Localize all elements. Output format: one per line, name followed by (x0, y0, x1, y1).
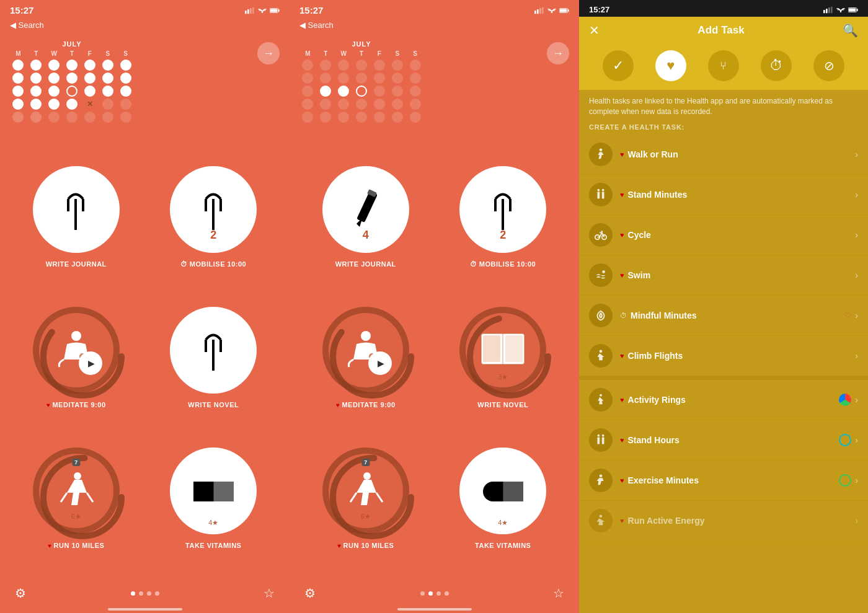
write-novel-circle (170, 307, 257, 394)
forward-arrow-2[interactable]: → (547, 42, 569, 64)
health-item-climb-flights[interactable]: ♥ Climb Flights › (579, 336, 868, 376)
vitamins-circle-2: 4★ (459, 448, 546, 534)
settings-icon-1[interactable]: ⚙ (15, 586, 26, 601)
nav-bar-1[interactable]: ◀ Search (0, 18, 290, 35)
health-item-activity-rings[interactable]: ♥ Activity Rings › (579, 380, 868, 420)
nav-bar-2[interactable]: ◀ Search (290, 18, 579, 35)
svg-rect-1 (247, 9, 249, 14)
walk-run-icon (589, 143, 613, 166)
search-button[interactable]: 🔍 (843, 23, 858, 38)
walk-run-heart: ♥ (620, 151, 624, 158)
meditate-play-btn[interactable] (79, 351, 102, 375)
svg-point-78 (600, 474, 603, 477)
swim-icon (589, 263, 613, 287)
task-cell-write-novel-2[interactable]: 3★ WRITE NOVEL (435, 299, 572, 440)
cycle-content: ♥ Cycle (620, 230, 848, 240)
task-cell-vitamins-2[interactable]: 4★ TAKE VITAMINS (435, 440, 572, 581)
swim-chevron: › (855, 270, 858, 280)
bottom-bar-2: ⚙ ☆ (290, 581, 579, 608)
task-cell-write-novel[interactable]: WRITE NOVEL (145, 299, 283, 440)
mobilise-circle-2: 2 (459, 166, 546, 253)
meditate-play-btn-2[interactable] (368, 351, 392, 375)
type-cancel[interactable]: ⊘ (813, 50, 844, 81)
wifi-icon (257, 7, 267, 14)
task-cell-mobilise-2[interactable]: 2 ⏱ MOBILISE 10:00 (435, 159, 572, 299)
mobilise-circle: 2 (170, 166, 257, 253)
stand-hours-chevron: › (855, 435, 858, 445)
task-cell-mobilise[interactable]: 2 ⏱ MOBILISE 10:00 (145, 159, 283, 299)
svg-rect-25 (213, 482, 234, 501)
stand-minutes-name: Stand Minutes (628, 190, 688, 200)
svg-rect-77 (602, 437, 604, 444)
svg-rect-62 (849, 8, 856, 11)
svg-point-50 (333, 458, 411, 536)
mindful-icon (589, 304, 613, 327)
favorites-icon-1[interactable]: ☆ (264, 586, 275, 601)
mindful-heart-extra: ♡ (844, 311, 851, 320)
activity-rings-right: › (839, 394, 858, 406)
stand-minutes-right: › (855, 190, 858, 200)
stand-minutes-icon (589, 183, 613, 206)
health-item-mindful[interactable]: ⏱ Mindful Minutes ♡ › (579, 296, 868, 336)
type-clock[interactable]: ⏱ (761, 50, 792, 81)
task-cell-run10[interactable]: 7 6★ ♥ RUN 10 MILES (7, 440, 145, 581)
favorites-icon-2[interactable]: ☆ (553, 586, 564, 601)
svg-rect-6 (278, 9, 280, 11)
stand-hours-content: ♥ Stand Hours (620, 435, 831, 445)
type-heart[interactable]: ♥ (655, 50, 686, 81)
task-cell-run10-2[interactable]: 7 6★ ♥ RUN 10 MILES (297, 440, 435, 581)
back-button-1[interactable]: ◀ Search (10, 20, 44, 30)
info-text: Health tasks are linked to the Health ap… (579, 90, 868, 121)
add-task-status-bar: 15:27 (579, 0, 868, 17)
wifi-icon-2 (547, 7, 557, 14)
svg-point-63 (600, 148, 603, 151)
close-button[interactable]: ✕ (589, 23, 600, 38)
health-item-cycle[interactable]: ♥ Cycle › (579, 215, 868, 255)
health-item-exercise-minutes[interactable]: ♥ Exercise Minutes › (579, 461, 868, 501)
mindful-clock: ⏱ (620, 312, 627, 319)
exercise-minutes-icon (589, 469, 613, 492)
svg-rect-53 (503, 482, 523, 501)
task-cell-meditate-2[interactable]: ♥ MEDITATE 9:00 (297, 299, 435, 440)
climb-flights-heart: ♥ (620, 352, 624, 359)
run-stars-2: 6★ (361, 513, 371, 521)
type-check[interactable]: ✓ (603, 50, 634, 81)
exercise-minutes-content: ♥ Exercise Minutes (620, 475, 831, 485)
health-item-walk-run[interactable]: ♥ Walk or Run › (579, 135, 868, 175)
signal-icon (245, 7, 255, 14)
phone-panel-2: 15:27 ◀ Search → JULY M T W T F S S (290, 0, 579, 613)
more-icon (589, 509, 613, 532)
mindful-chevron: › (855, 311, 858, 320)
task-cell-meditate[interactable]: ♥ MEDITATE 9:00 (7, 299, 145, 440)
health-item-more[interactable]: ♥ Run Active Energy › (579, 501, 868, 541)
task-grid-1: WRITE JOURNAL 2 ⏱ MOBILISE 10:00 (0, 159, 290, 581)
walk-run-right: › (855, 149, 858, 159)
exercise-minutes-chevron: › (855, 475, 858, 485)
calendar-month-2: JULY (299, 40, 423, 48)
swim-heart: ♥ (620, 271, 624, 279)
svg-point-44 (470, 317, 548, 395)
write-journal-number-2: 4 (363, 229, 369, 242)
vitamins-stars: 4★ (208, 519, 218, 527)
home-indicator-1 (108, 608, 182, 611)
task-cell-vitamins[interactable]: 4★ TAKE VITAMINS (145, 440, 283, 581)
forward-arrow-1[interactable]: → (257, 42, 280, 64)
task-cell-write-journal-2[interactable]: 4 WRITE JOURNAL (297, 159, 435, 299)
write-journal-circle-2: 4 (322, 166, 409, 253)
type-fork[interactable]: ⑂ (708, 50, 739, 81)
task-cell-write-journal[interactable]: WRITE JOURNAL (7, 159, 145, 299)
run10-ring-svg (39, 454, 126, 540)
meditate-label: ♥ MEDITATE 9:00 (46, 401, 106, 408)
write-novel-ring-svg (466, 313, 552, 400)
health-item-swim[interactable]: ♥ Swim › (579, 255, 868, 296)
svg-point-79 (600, 514, 603, 518)
tuning-fork2-icon (193, 187, 234, 233)
health-item-stand-hours[interactable]: ♥ Stand Hours › (579, 420, 868, 461)
calendar-widget-2: JULY M T W T F S S (299, 40, 423, 123)
health-item-stand-minutes[interactable]: ♥ Stand Minutes › (579, 175, 868, 215)
back-button-2[interactable]: ◀ Search (299, 20, 334, 30)
meditate-circle-2 (322, 307, 409, 394)
capsule-icon-2 (480, 474, 526, 508)
activity-rings-content: ♥ Activity Rings (620, 395, 831, 405)
settings-icon-2[interactable]: ⚙ (304, 586, 316, 601)
